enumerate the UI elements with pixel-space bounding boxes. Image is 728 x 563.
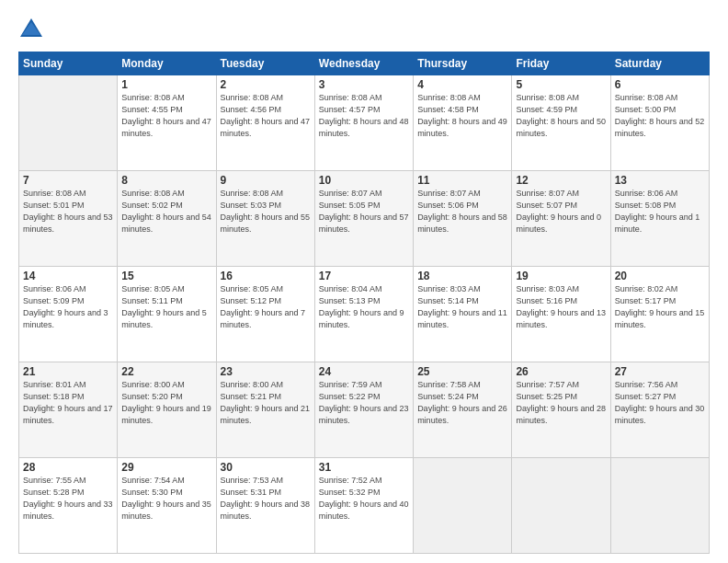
day-number: 18 bbox=[417, 270, 507, 282]
calendar-cell: 18Sunrise: 8:03 AMSunset: 5:14 PMDayligh… bbox=[414, 267, 512, 362]
day-number: 25 bbox=[417, 365, 507, 378]
day-info: Sunrise: 8:06 AMSunset: 5:09 PMDaylight:… bbox=[23, 283, 113, 331]
weekday-wednesday: Wednesday bbox=[314, 52, 413, 75]
day-number: 12 bbox=[516, 174, 606, 187]
calendar-cell: 28Sunrise: 7:55 AMSunset: 5:28 PMDayligh… bbox=[19, 458, 118, 554]
day-number: 23 bbox=[221, 365, 311, 378]
day-number: 19 bbox=[516, 270, 606, 282]
calendar-cell: 26Sunrise: 7:57 AMSunset: 5:25 PMDayligh… bbox=[512, 362, 610, 458]
calendar-cell: 29Sunrise: 7:54 AMSunset: 5:30 PMDayligh… bbox=[118, 458, 216, 554]
day-info: Sunrise: 8:05 AMSunset: 5:11 PMDaylight:… bbox=[121, 283, 211, 331]
calendar-cell: 15Sunrise: 8:05 AMSunset: 5:11 PMDayligh… bbox=[118, 267, 216, 362]
weekday-thursday: Thursday bbox=[414, 52, 512, 75]
day-number: 10 bbox=[319, 174, 409, 187]
weekday-tuesday: Tuesday bbox=[216, 52, 314, 75]
day-number: 26 bbox=[516, 365, 606, 378]
day-info: Sunrise: 7:56 AMSunset: 5:27 PMDaylight:… bbox=[615, 379, 705, 427]
day-info: Sunrise: 7:52 AMSunset: 5:32 PMDaylight:… bbox=[319, 475, 409, 523]
calendar-cell bbox=[19, 75, 118, 171]
calendar-cell: 3Sunrise: 8:08 AMSunset: 4:57 PMDaylight… bbox=[314, 75, 413, 171]
day-number: 8 bbox=[121, 174, 211, 187]
day-number: 20 bbox=[615, 270, 705, 282]
day-number: 1 bbox=[121, 78, 211, 91]
day-info: Sunrise: 8:07 AMSunset: 5:07 PMDaylight:… bbox=[516, 188, 606, 236]
calendar-cell: 20Sunrise: 8:02 AMSunset: 5:17 PMDayligh… bbox=[610, 267, 709, 362]
day-number: 24 bbox=[319, 365, 409, 378]
day-number: 15 bbox=[121, 270, 211, 282]
day-info: Sunrise: 8:00 AMSunset: 5:20 PMDaylight:… bbox=[121, 379, 211, 427]
calendar-cell: 12Sunrise: 8:07 AMSunset: 5:07 PMDayligh… bbox=[512, 171, 610, 267]
header bbox=[18, 17, 710, 42]
day-info: Sunrise: 7:53 AMSunset: 5:31 PMDaylight:… bbox=[221, 475, 311, 523]
calendar-cell: 24Sunrise: 7:59 AMSunset: 5:22 PMDayligh… bbox=[314, 362, 413, 458]
weekday-monday: Monday bbox=[118, 52, 216, 75]
day-info: Sunrise: 8:07 AMSunset: 5:06 PMDaylight:… bbox=[417, 188, 507, 236]
calendar-cell bbox=[414, 458, 512, 554]
day-info: Sunrise: 7:55 AMSunset: 5:28 PMDaylight:… bbox=[23, 475, 113, 523]
day-info: Sunrise: 8:03 AMSunset: 5:16 PMDaylight:… bbox=[516, 283, 606, 331]
calendar-week-row: 1Sunrise: 8:08 AMSunset: 4:55 PMDaylight… bbox=[19, 75, 710, 171]
day-number: 29 bbox=[121, 461, 211, 474]
weekday-header-row: SundayMondayTuesdayWednesdayThursdayFrid… bbox=[19, 52, 710, 75]
day-number: 5 bbox=[516, 78, 606, 91]
day-info: Sunrise: 8:08 AMSunset: 4:59 PMDaylight:… bbox=[516, 92, 606, 140]
day-info: Sunrise: 7:54 AMSunset: 5:30 PMDaylight:… bbox=[121, 475, 211, 523]
day-number: 21 bbox=[23, 365, 113, 378]
calendar-cell: 25Sunrise: 7:58 AMSunset: 5:24 PMDayligh… bbox=[414, 362, 512, 458]
day-number: 22 bbox=[121, 365, 211, 378]
calendar-cell: 5Sunrise: 8:08 AMSunset: 4:59 PMDaylight… bbox=[512, 75, 610, 171]
day-info: Sunrise: 8:08 AMSunset: 4:56 PMDaylight:… bbox=[221, 92, 311, 140]
calendar-cell: 1Sunrise: 8:08 AMSunset: 4:55 PMDaylight… bbox=[118, 75, 216, 171]
calendar-cell: 4Sunrise: 8:08 AMSunset: 4:58 PMDaylight… bbox=[414, 75, 512, 171]
day-info: Sunrise: 8:04 AMSunset: 5:13 PMDaylight:… bbox=[319, 283, 409, 331]
calendar-cell: 16Sunrise: 8:05 AMSunset: 5:12 PMDayligh… bbox=[216, 267, 314, 362]
day-number: 11 bbox=[417, 174, 507, 187]
calendar-cell bbox=[610, 458, 709, 554]
weekday-friday: Friday bbox=[512, 52, 610, 75]
day-info: Sunrise: 8:06 AMSunset: 5:08 PMDaylight:… bbox=[615, 188, 705, 236]
day-number: 28 bbox=[23, 461, 113, 474]
calendar-cell: 2Sunrise: 8:08 AMSunset: 4:56 PMDaylight… bbox=[216, 75, 314, 171]
calendar-cell: 13Sunrise: 8:06 AMSunset: 5:08 PMDayligh… bbox=[610, 171, 709, 267]
calendar-week-row: 21Sunrise: 8:01 AMSunset: 5:18 PMDayligh… bbox=[19, 362, 710, 458]
calendar-cell: 10Sunrise: 8:07 AMSunset: 5:05 PMDayligh… bbox=[314, 171, 413, 267]
day-info: Sunrise: 7:58 AMSunset: 5:24 PMDaylight:… bbox=[417, 379, 507, 427]
calendar-table: SundayMondayTuesdayWednesdayThursdayFrid… bbox=[18, 52, 710, 554]
day-info: Sunrise: 7:59 AMSunset: 5:22 PMDaylight:… bbox=[319, 379, 409, 427]
day-info: Sunrise: 8:08 AMSunset: 5:01 PMDaylight:… bbox=[23, 188, 113, 236]
logo bbox=[18, 17, 48, 42]
calendar-page: SundayMondayTuesdayWednesdayThursdayFrid… bbox=[0, 0, 728, 563]
day-info: Sunrise: 8:07 AMSunset: 5:05 PMDaylight:… bbox=[319, 188, 409, 236]
day-number: 2 bbox=[221, 78, 311, 91]
day-number: 30 bbox=[221, 461, 311, 474]
day-number: 6 bbox=[615, 78, 705, 91]
calendar-cell: 9Sunrise: 8:08 AMSunset: 5:03 PMDaylight… bbox=[216, 171, 314, 267]
day-number: 4 bbox=[417, 78, 507, 91]
calendar-cell: 21Sunrise: 8:01 AMSunset: 5:18 PMDayligh… bbox=[19, 362, 118, 458]
day-info: Sunrise: 8:08 AMSunset: 4:57 PMDaylight:… bbox=[319, 92, 409, 140]
day-number: 7 bbox=[23, 174, 113, 187]
weekday-sunday: Sunday bbox=[19, 52, 118, 75]
day-number: 14 bbox=[23, 270, 113, 282]
calendar-cell bbox=[512, 458, 610, 554]
day-info: Sunrise: 8:00 AMSunset: 5:21 PMDaylight:… bbox=[221, 379, 311, 427]
calendar-cell: 30Sunrise: 7:53 AMSunset: 5:31 PMDayligh… bbox=[216, 458, 314, 554]
calendar-cell: 17Sunrise: 8:04 AMSunset: 5:13 PMDayligh… bbox=[314, 267, 413, 362]
calendar-cell: 14Sunrise: 8:06 AMSunset: 5:09 PMDayligh… bbox=[19, 267, 118, 362]
day-info: Sunrise: 8:01 AMSunset: 5:18 PMDaylight:… bbox=[23, 379, 113, 427]
day-info: Sunrise: 8:03 AMSunset: 5:14 PMDaylight:… bbox=[417, 283, 507, 331]
calendar-week-row: 28Sunrise: 7:55 AMSunset: 5:28 PMDayligh… bbox=[19, 458, 710, 554]
calendar-cell: 11Sunrise: 8:07 AMSunset: 5:06 PMDayligh… bbox=[414, 171, 512, 267]
calendar-cell: 27Sunrise: 7:56 AMSunset: 5:27 PMDayligh… bbox=[610, 362, 709, 458]
logo-icon bbox=[18, 17, 44, 42]
day-number: 3 bbox=[319, 78, 409, 91]
calendar-cell: 23Sunrise: 8:00 AMSunset: 5:21 PMDayligh… bbox=[216, 362, 314, 458]
calendar-cell: 6Sunrise: 8:08 AMSunset: 5:00 PMDaylight… bbox=[610, 75, 709, 171]
calendar-cell: 31Sunrise: 7:52 AMSunset: 5:32 PMDayligh… bbox=[314, 458, 413, 554]
day-info: Sunrise: 7:57 AMSunset: 5:25 PMDaylight:… bbox=[516, 379, 606, 427]
day-info: Sunrise: 8:08 AMSunset: 5:03 PMDaylight:… bbox=[221, 188, 311, 236]
day-number: 31 bbox=[319, 461, 409, 474]
day-number: 9 bbox=[221, 174, 311, 187]
day-number: 17 bbox=[319, 270, 409, 282]
day-info: Sunrise: 8:02 AMSunset: 5:17 PMDaylight:… bbox=[615, 283, 705, 331]
